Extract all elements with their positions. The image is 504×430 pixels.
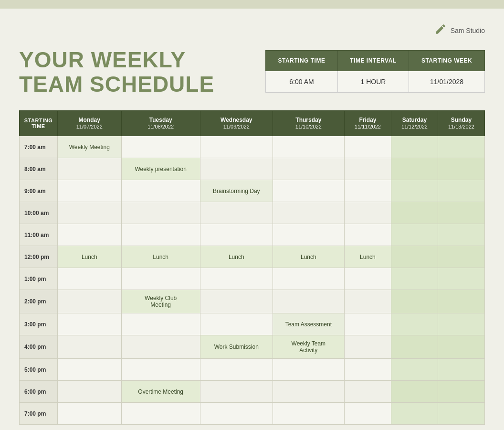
time-cell: 4:00 pm (20, 335, 58, 359)
day-cell (438, 290, 484, 313)
table-row: 10:00 am (20, 202, 485, 224)
day-cell (58, 268, 122, 290)
table-row: 9:00 amBrainstorming Day (20, 180, 485, 202)
day-cell (438, 313, 484, 335)
table-row: 2:00 pmWeekly ClubMeeting (20, 290, 485, 313)
day-cell (58, 202, 122, 224)
day-cell: Lunch (273, 246, 344, 268)
day-cell (273, 136, 344, 158)
day-cell: Lunch (344, 246, 391, 268)
time-cell: 3:00 pm (20, 313, 58, 335)
day-cell: Lunch (121, 246, 200, 268)
day-cell (438, 246, 484, 268)
day-cell (200, 381, 273, 403)
day-cell (344, 202, 391, 224)
day-cell (438, 180, 484, 202)
day-cell (391, 224, 438, 246)
time-cell: 8:00 am (20, 158, 58, 180)
day-cell (58, 381, 122, 403)
table-row: 6:00 pmOvertime Meeting (20, 381, 485, 403)
day-cell (121, 202, 200, 224)
top-bar (0, 0, 504, 9)
time-cell: 11:00 am (20, 224, 58, 246)
header-row: Sam Studio (19, 23, 485, 38)
day-cell (391, 246, 438, 268)
schedule-table: STARTINGTIME Monday11/07/2022 Tuesday11/… (19, 110, 485, 425)
day-cell: Weekly TeamActivity (273, 335, 344, 359)
col-header-friday: Friday11/11/2022 (344, 111, 391, 136)
table-row: 7:00 amWeekly Meeting (20, 136, 485, 158)
day-cell (200, 158, 273, 180)
day-cell (58, 224, 122, 246)
time-cell: 12:00 pm (20, 246, 58, 268)
day-cell (438, 224, 484, 246)
day-cell (273, 180, 344, 202)
day-cell (200, 268, 273, 290)
day-cell (344, 290, 391, 313)
day-cell: Overtime Meeting (121, 381, 200, 403)
day-cell (200, 313, 273, 335)
day-cell (121, 313, 200, 335)
day-cell (58, 158, 122, 180)
time-cell: 10:00 am (20, 202, 58, 224)
table-row: 11:00 am (20, 224, 485, 246)
day-cell (391, 180, 438, 202)
day-cell (273, 202, 344, 224)
day-cell (58, 335, 122, 359)
day-cell (121, 136, 200, 158)
day-cell (58, 290, 122, 313)
time-cell: 9:00 am (20, 180, 58, 202)
day-cell (438, 158, 484, 180)
day-cell (391, 202, 438, 224)
day-cell: Brainstorming Day (200, 180, 273, 202)
table-row: 12:00 pmLunchLunchLunchLunchLunch (20, 246, 485, 268)
day-cell (391, 403, 438, 425)
col-header-thursday: Thursday11/10/2022 (273, 111, 344, 136)
day-cell (121, 359, 200, 381)
table-row: 5:00 pm (20, 359, 485, 381)
day-cell: Lunch (58, 246, 122, 268)
day-cell (344, 313, 391, 335)
day-cell (121, 335, 200, 359)
day-cell: Lunch (200, 246, 273, 268)
day-cell (200, 202, 273, 224)
day-cell (58, 313, 122, 335)
day-cell (391, 158, 438, 180)
day-cell (200, 359, 273, 381)
logo-text: Sam Studio (451, 27, 485, 34)
meta-value-starting-week: 11/01/2028 (409, 71, 485, 93)
day-cell: Team Assessment (273, 313, 344, 335)
day-cell (344, 359, 391, 381)
day-cell (273, 403, 344, 425)
day-cell (344, 268, 391, 290)
col-header-sunday: Sunday11/13/2022 (438, 111, 484, 136)
time-cell: 2:00 pm (20, 290, 58, 313)
table-row: 3:00 pmTeam Assessment (20, 313, 485, 335)
day-cell (58, 403, 122, 425)
title-and-meta: YOUR WEEKLY TEAM SCHEDULE STARTING TIME … (19, 48, 485, 96)
time-cell: 1:00 pm (20, 268, 58, 290)
time-cell: 7:00 pm (20, 403, 58, 425)
day-cell (438, 268, 484, 290)
day-cell (391, 359, 438, 381)
day-cell (391, 136, 438, 158)
meta-value-time-interval: 1 HOUR (337, 71, 409, 93)
day-cell: Weekly ClubMeeting (121, 290, 200, 313)
day-cell (438, 403, 484, 425)
day-cell (438, 359, 484, 381)
day-cell (58, 180, 122, 202)
day-cell (200, 290, 273, 313)
day-cell (344, 381, 391, 403)
day-cell (273, 224, 344, 246)
table-row: 8:00 amWeekly presentation (20, 158, 485, 180)
day-cell (121, 403, 200, 425)
day-cell (438, 136, 484, 158)
day-cell (200, 224, 273, 246)
col-header-time: STARTINGTIME (20, 111, 58, 136)
day-cell (121, 268, 200, 290)
day-cell (200, 403, 273, 425)
meta-table: STARTING TIME TIME INTERVAL STARTING WEE… (265, 50, 485, 93)
day-cell (273, 290, 344, 313)
day-cell: Work Submission (200, 335, 273, 359)
meta-header-starting-time: STARTING TIME (266, 51, 338, 71)
